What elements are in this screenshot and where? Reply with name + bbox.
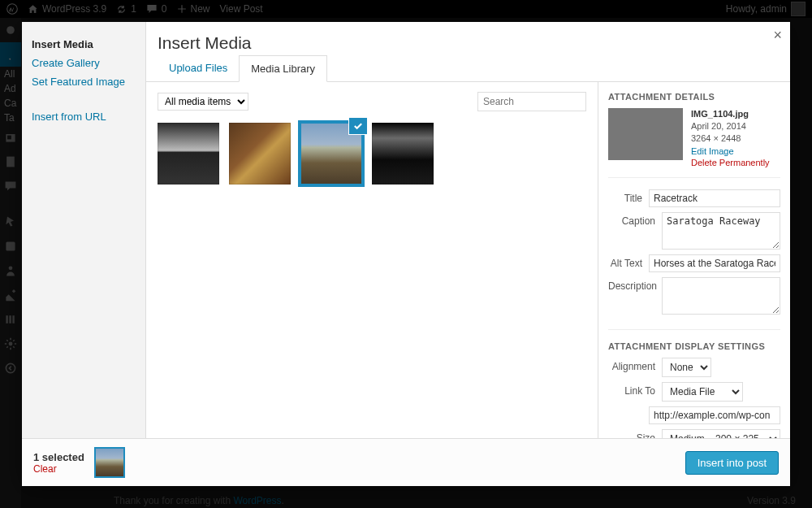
label-linkto: Link To bbox=[608, 382, 662, 397]
menu-set-featured-image[interactable]: Set Featured Image bbox=[22, 72, 145, 91]
menu-insert-from-url[interactable]: Insert from URL bbox=[22, 107, 145, 126]
input-caption[interactable]: Saratoga Raceway bbox=[662, 212, 780, 250]
tab-media-library[interactable]: Media Library bbox=[239, 55, 327, 82]
modal-tabs: Upload Files Media Library bbox=[146, 54, 790, 82]
input-title[interactable] bbox=[649, 189, 780, 207]
select-alignment[interactable]: None bbox=[662, 358, 711, 377]
selection-thumb[interactable] bbox=[96, 449, 123, 476]
input-link-url[interactable] bbox=[649, 406, 780, 424]
delete-permanently-link[interactable]: Delete Permanently bbox=[691, 157, 770, 169]
search-input[interactable] bbox=[477, 92, 586, 111]
input-description[interactable] bbox=[662, 277, 780, 315]
select-size[interactable]: Medium – 300 × 225 bbox=[662, 429, 780, 438]
close-icon[interactable]: × bbox=[773, 27, 782, 44]
display-heading: ATTACHMENT DISPLAY SETTINGS bbox=[608, 329, 780, 351]
label-alignment: Alignment bbox=[608, 358, 662, 372]
attachment-thumb bbox=[608, 108, 683, 160]
select-linkto[interactable]: Media File bbox=[662, 382, 743, 402]
label-description: Description bbox=[608, 277, 662, 292]
tab-upload-files[interactable]: Upload Files bbox=[158, 55, 239, 82]
attachment-thumb-2[interactable] bbox=[300, 123, 362, 185]
attachment-details: ATTACHMENT DETAILS IMG_1104.jpg April 20… bbox=[598, 82, 790, 438]
label-caption: Caption bbox=[608, 212, 662, 227]
attachment-dimensions: 3264 × 2448 bbox=[691, 132, 770, 145]
filter-media-type[interactable]: All media items bbox=[158, 93, 248, 111]
selection-count: 1 selected bbox=[33, 451, 84, 463]
edit-image-link[interactable]: Edit Image bbox=[691, 145, 770, 158]
menu-insert-media[interactable]: Insert Media bbox=[22, 35, 145, 54]
label-title: Title bbox=[608, 189, 649, 204]
input-alt[interactable] bbox=[649, 254, 780, 272]
modal-toolbar: 1 selected Clear Insert into post bbox=[22, 438, 790, 486]
modal-frame-menu: Insert Media Create Gallery Set Featured… bbox=[22, 22, 146, 438]
label-linkurl bbox=[608, 406, 649, 410]
insert-into-post-button[interactable]: Insert into post bbox=[685, 451, 779, 475]
attachment-thumb-1[interactable] bbox=[229, 123, 291, 185]
check-icon[interactable] bbox=[349, 118, 367, 134]
attachments-browser: All media items bbox=[146, 82, 598, 438]
menu-create-gallery[interactable]: Create Gallery bbox=[22, 54, 145, 72]
clear-selection[interactable]: Clear bbox=[33, 463, 84, 475]
attachment-thumb-0[interactable] bbox=[158, 123, 219, 185]
label-size: Size bbox=[608, 429, 662, 438]
insert-media-modal: Insert Media Create Gallery Set Featured… bbox=[22, 22, 790, 486]
details-heading: ATTACHMENT DETAILS bbox=[608, 92, 780, 102]
modal-title: Insert Media bbox=[146, 22, 790, 54]
attachment-date: April 20, 2014 bbox=[691, 120, 770, 132]
attachment-thumb-3[interactable] bbox=[372, 123, 434, 185]
attachment-filename: IMG_1104.jpg bbox=[691, 108, 770, 120]
label-alt: Alt Text bbox=[608, 254, 649, 269]
